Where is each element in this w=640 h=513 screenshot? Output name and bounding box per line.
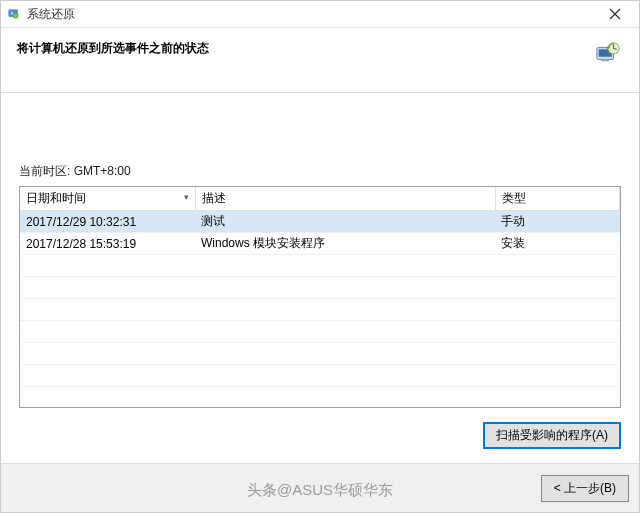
close-icon xyxy=(609,8,621,20)
close-button[interactable] xyxy=(597,1,633,27)
app-icon xyxy=(7,7,21,21)
col-header-datetime-label: 日期和时间 xyxy=(26,191,86,205)
system-restore-window: 系统还原 将计算机还原到所选事件之前的状态 当前时区: GMT+8:00 xyxy=(0,0,640,513)
table-header-row: 日期和时间 ▾ 描述 类型 xyxy=(20,187,620,211)
body: 当前时区: GMT+8:00 日期和时间 ▾ 描述 类型 xyxy=(1,93,639,463)
table-row[interactable]: 2017/12/29 10:32:31 测试 手动 xyxy=(20,211,620,233)
titlebar: 系统还原 xyxy=(1,1,639,28)
header: 将计算机还原到所选事件之前的状态 xyxy=(1,28,639,93)
cell-type: 安装 xyxy=(495,233,620,255)
col-header-type[interactable]: 类型 xyxy=(495,187,620,211)
table-row[interactable]: 2017/12/28 15:53:19 Windows 模块安装程序 安装 xyxy=(20,233,620,255)
table-row xyxy=(20,321,620,343)
col-header-datetime[interactable]: 日期和时间 ▾ xyxy=(20,187,195,211)
timezone-label: 当前时区: GMT+8:00 xyxy=(19,163,621,180)
sort-desc-icon: ▾ xyxy=(184,192,189,202)
table-row xyxy=(20,277,620,299)
cell-datetime: 2017/12/29 10:32:31 xyxy=(20,211,195,233)
restore-icon xyxy=(593,40,623,66)
restore-points-table[interactable]: 日期和时间 ▾ 描述 类型 2017/12/29 10:32:31 测试 手动 xyxy=(19,186,621,408)
back-button[interactable]: < 上一步(B) xyxy=(541,475,629,502)
table-row xyxy=(20,343,620,365)
table-row xyxy=(20,387,620,409)
cell-description: Windows 模块安装程序 xyxy=(195,233,495,255)
scan-affected-button[interactable]: 扫描受影响的程序(A) xyxy=(483,422,621,449)
svg-point-1 xyxy=(13,13,18,18)
footer: < 上一步(B) xyxy=(1,463,639,512)
cell-description: 测试 xyxy=(195,211,495,233)
cell-datetime: 2017/12/28 15:53:19 xyxy=(20,233,195,255)
cell-type: 手动 xyxy=(495,211,620,233)
page-heading: 将计算机还原到所选事件之前的状态 xyxy=(17,40,209,57)
table-row xyxy=(20,365,620,387)
col-header-description[interactable]: 描述 xyxy=(195,187,495,211)
table-row xyxy=(20,299,620,321)
table-row xyxy=(20,255,620,277)
scan-row: 扫描受影响的程序(A) xyxy=(19,422,621,449)
window-title: 系统还原 xyxy=(27,6,597,23)
svg-rect-6 xyxy=(602,60,609,62)
